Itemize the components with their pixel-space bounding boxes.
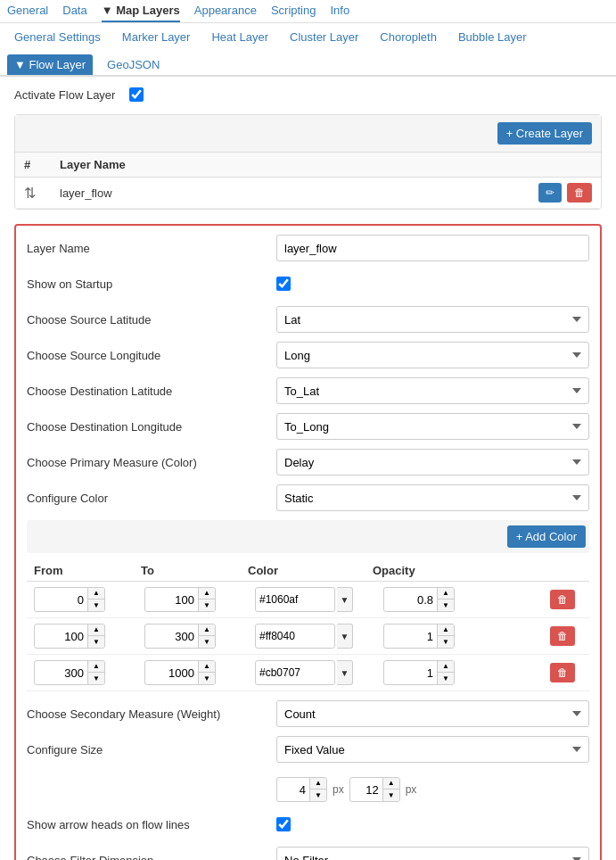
main-content: Activate Flow Layer + Create Layer # Lay… (0, 77, 616, 860)
to-up-3[interactable]: ▲ (199, 660, 215, 673)
size-val-2-up[interactable]: ▲ (383, 777, 399, 790)
configure-color-row: Configure Color Static (27, 484, 589, 511)
to-input-3[interactable] (145, 665, 198, 682)
size-val-2-down[interactable]: ▼ (383, 790, 399, 802)
source-lat-row: Choose Source Latitude Lat (27, 306, 589, 333)
from-down-2[interactable]: ▼ (88, 636, 104, 649)
from-down-1[interactable]: ▼ (88, 600, 104, 612)
subnav-heat-layer[interactable]: Heat Layer (204, 27, 275, 47)
subnav-flow-layer[interactable]: ▼ Flow Layer (7, 54, 93, 75)
size-inputs: ▲ ▼ px ▲ ▼ px (276, 777, 416, 802)
table-row: ⇅ layer_flow ✏ 🗑 (15, 178, 601, 209)
to-up-2[interactable]: ▲ (199, 624, 215, 636)
to-down-3[interactable]: ▼ (199, 673, 215, 685)
opacity-down-2[interactable]: ▼ (438, 636, 454, 649)
delete-color-2[interactable]: 🗑 (550, 626, 575, 646)
subnav-geojson[interactable]: GeoJSON (100, 54, 167, 75)
color-dropdown-1[interactable]: ▼ (337, 587, 353, 612)
layer-name-input[interactable] (276, 235, 589, 261)
arrow-heads-checkbox[interactable] (276, 817, 291, 831)
delete-color-3[interactable]: 🗑 (550, 663, 575, 682)
nav-appearance[interactable]: Appearance (194, 4, 257, 22)
delete-color-1[interactable]: 🗑 (550, 590, 575, 609)
layer-name-label: Layer Name (27, 242, 276, 255)
subnav-bubble-layer[interactable]: Bubble Layer (451, 27, 534, 47)
source-lat-select[interactable]: Lat (276, 306, 589, 333)
layer-table: # Layer Name ⇅ layer_flow ✏ 🗑 (15, 153, 601, 209)
configure-size-label: Configure Size (27, 743, 276, 757)
from-input-3-wrap: ▲ ▼ (34, 660, 105, 685)
color-hex-2[interactable] (256, 628, 335, 644)
size-val-2-input[interactable] (350, 781, 382, 798)
nav-general[interactable]: General (7, 4, 48, 22)
from-up-3[interactable]: ▲ (88, 660, 104, 673)
from-input-1-wrap: ▲ ▼ (34, 587, 105, 612)
configure-color-select[interactable]: Static (276, 484, 589, 511)
opacity-up-2[interactable]: ▲ (438, 624, 454, 636)
from-up-2[interactable]: ▲ (88, 624, 104, 636)
from-up-1[interactable]: ▲ (88, 587, 104, 600)
col-opacity-header: Opacity (373, 564, 550, 577)
arrow-heads-row: Show arrow heads on flow lines (27, 811, 589, 838)
from-input-1[interactable] (35, 591, 87, 608)
source-lat-label: Choose Source Latitude (27, 313, 276, 327)
edit-layer-button[interactable]: ✏ (538, 183, 562, 203)
delete-layer-button[interactable]: 🗑 (567, 183, 592, 203)
to-input-1[interactable] (145, 591, 198, 608)
source-lon-label: Choose Source Longitude (27, 349, 276, 362)
opacity-up-3[interactable]: ▲ (438, 660, 454, 673)
filter-dimension-select[interactable]: No Filter (276, 847, 589, 860)
color-swatch-wrap-2 (255, 624, 335, 649)
nav-info[interactable]: Info (330, 4, 349, 22)
dest-lon-select[interactable]: To_Long (276, 413, 589, 440)
px-label-2: px (406, 783, 417, 796)
show-startup-label: Show on Startup (27, 277, 276, 291)
size-values-row: ▲ ▼ px ▲ ▼ px (27, 772, 589, 802)
add-color-bar: + Add Color (27, 520, 589, 553)
create-layer-button[interactable]: + Create Layer (497, 122, 592, 145)
add-color-button[interactable]: + Add Color (507, 525, 586, 548)
subnav-choropleth[interactable]: Choropleth (373, 27, 444, 47)
color-dropdown-2[interactable]: ▼ (337, 624, 353, 649)
opacity-up-1[interactable]: ▲ (438, 587, 454, 600)
subnav-general-settings[interactable]: General Settings (7, 27, 108, 47)
layer-card: + Create Layer # Layer Name ⇅ layer_flow… (14, 114, 602, 210)
secondary-measure-select[interactable]: Count (276, 700, 589, 727)
primary-measure-select[interactable]: Delay (276, 449, 589, 475)
from-input-2[interactable] (35, 628, 87, 645)
nav-map-layers[interactable]: ▼ Map Layers (102, 4, 180, 22)
dest-lat-select[interactable]: To_Lat (276, 377, 589, 404)
px-label-1: px (333, 783, 344, 796)
source-lon-select[interactable]: Long (276, 342, 589, 368)
size-val-1-up[interactable]: ▲ (310, 777, 326, 790)
opacity-input-2[interactable] (384, 628, 437, 645)
color-dropdown-3[interactable]: ▼ (337, 660, 353, 685)
secondary-measure-label: Choose Secondary Measure (Weight) (27, 707, 276, 721)
opacity-down-3[interactable]: ▼ (438, 673, 454, 685)
subnav-cluster-layer[interactable]: Cluster Layer (283, 27, 365, 47)
color-hex-1[interactable] (256, 591, 335, 608)
nav-data[interactable]: Data (62, 4, 86, 22)
opacity-input-1[interactable] (384, 591, 437, 608)
opacity-input-3[interactable] (384, 665, 437, 682)
to-down-1[interactable]: ▼ (199, 600, 215, 612)
color-hex-3[interactable] (256, 665, 335, 681)
from-down-3[interactable]: ▼ (88, 673, 104, 685)
from-input-3[interactable] (35, 665, 87, 682)
configure-size-select[interactable]: Fixed Value (276, 736, 589, 763)
opacity-down-1[interactable]: ▼ (438, 600, 454, 612)
size-val-1-down[interactable]: ▼ (310, 790, 326, 802)
color-swatch-wrap-1 (255, 587, 335, 612)
nav-scripting[interactable]: Scripting (271, 4, 316, 22)
subnav-marker-layer[interactable]: Marker Layer (115, 27, 198, 47)
to-input-2[interactable] (145, 628, 198, 645)
show-startup-checkbox[interactable] (276, 277, 291, 291)
dest-lat-row: Choose Destination Latitude To_Lat (27, 377, 589, 404)
arrow-heads-label: Show arrow heads on flow lines (27, 818, 276, 831)
col-hash: # (15, 153, 51, 178)
activate-checkbox[interactable] (129, 87, 144, 102)
to-down-2[interactable]: ▼ (199, 636, 215, 649)
opacity-wrap-1: ▲ ▼ (383, 587, 455, 612)
to-up-1[interactable]: ▲ (199, 587, 215, 600)
size-val-1-input[interactable] (277, 781, 309, 798)
